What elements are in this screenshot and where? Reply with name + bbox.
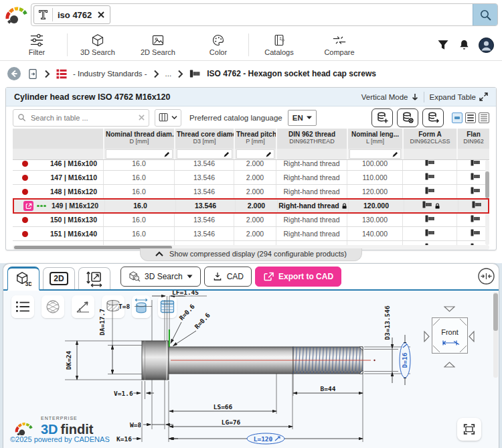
screw-icon	[422, 201, 432, 208]
text-search-type-icon[interactable]	[34, 8, 53, 21]
catalog-home-icon[interactable]	[27, 68, 38, 80]
diameter-tool-button[interactable]	[132, 295, 151, 318]
filter-funnel-icon[interactable]	[436, 38, 450, 52]
filter-input-p[interactable]	[236, 149, 274, 159]
global-search-field[interactable]: iso 4762	[31, 3, 498, 26]
list-view-button[interactable]	[11, 295, 34, 318]
vertical-mode-button[interactable]: Vertical Mode	[361, 93, 418, 101]
export-to-cad-button[interactable]: Export to CAD	[255, 267, 341, 287]
expand-table-button[interactable]: Expand Table	[430, 92, 488, 101]
header-cell[interactable]: Thread pitchP [mm]	[234, 129, 276, 149]
breadcrumb: - Industry Standards - ... ISO 4762 - He…	[0, 61, 502, 86]
back-button[interactable]	[7, 66, 21, 81]
view-dense-toggle[interactable]	[479, 113, 489, 123]
selected-row-export-icon[interactable]	[23, 201, 33, 211]
header-cell[interactable]: DIN 962 threadDIN962THREAD	[276, 129, 347, 149]
clear-search-icon[interactable]	[139, 115, 145, 121]
catalogs-label: Catalogs	[264, 48, 293, 56]
filter-button[interactable]: Filter	[7, 29, 67, 60]
screw-icon	[425, 215, 435, 222]
chevron-down-icon	[171, 115, 177, 120]
header-cell[interactable]: FlanDIN962	[456, 129, 489, 149]
rotate-right-arrow[interactable]	[424, 331, 430, 342]
fit-view-button[interactable]	[457, 418, 481, 441]
pencil-icon	[224, 151, 230, 157]
database-export-button[interactable]	[422, 108, 444, 127]
table-row[interactable]: 150 | M16x130 16.013.5462.000 Right-hand…	[13, 213, 489, 227]
tab-dimensions[interactable]	[78, 267, 110, 289]
breadcrumb-ellipsis[interactable]: ...	[165, 70, 172, 78]
tab-3d[interactable]: 3D	[7, 267, 39, 291]
2d-search-button[interactable]: 2D Search	[128, 29, 188, 60]
screw-icon	[425, 159, 435, 166]
rotate-down-arrow[interactable]	[444, 306, 455, 312]
dim-l-editable[interactable]: L=120	[254, 435, 273, 443]
tab-2d[interactable]: 2D	[43, 267, 75, 289]
section-view-button[interactable]	[102, 295, 124, 318]
show-compressed-display-button[interactable]: Show compressed display (294 configurabl…	[140, 248, 362, 261]
status-dot-icon	[22, 161, 28, 167]
database-add-button[interactable]	[371, 108, 393, 127]
notifications-bell-icon[interactable]	[458, 38, 471, 52]
3d-search-dropdown-button[interactable]: 3D Search	[120, 267, 201, 287]
column-settings-button[interactable]	[155, 109, 181, 127]
view-medium-toggle[interactable]	[465, 113, 476, 123]
image-icon	[151, 33, 165, 47]
app-logo-icon[interactable]	[4, 4, 31, 25]
header-cell[interactable]: Nominal thread diam...D [mm]	[103, 129, 174, 149]
row-id: 151 | M16x140	[50, 227, 103, 240]
main-toolbar: Filter 3D Search 2D Search Color	[0, 29, 502, 61]
lock-icon	[341, 203, 347, 209]
search-button[interactable]	[473, 4, 497, 25]
user-avatar[interactable]	[479, 38, 494, 53]
dimension-table-button[interactable]	[158, 295, 177, 318]
search-input[interactable]	[110, 4, 473, 25]
table-row-selected[interactable]: 149 | M16x120 16.013.5462.000 Right-hand…	[13, 198, 489, 214]
viewer-scrollbar[interactable]	[493, 292, 498, 378]
cad-download-button[interactable]: CAD	[204, 267, 252, 287]
compressed-label: Show compressed display (294 configurabl…	[169, 250, 347, 258]
collapse-viewer-button[interactable]	[478, 268, 495, 285]
table-row[interactable]: 146 | M16x100 16.013.5462.000 Right-hand…	[13, 159, 489, 171]
breadcrumb-industry-standards[interactable]: - Industry Standards -	[73, 70, 147, 78]
table-search-field[interactable]	[13, 109, 149, 127]
dim-ls: LS=66	[214, 403, 233, 410]
compare-button[interactable]: Compare	[309, 29, 369, 60]
3d-search-button[interactable]: 3D Search	[68, 29, 128, 60]
filter-input-d3[interactable]	[177, 149, 232, 159]
catalogs-button[interactable]: Catalogs	[249, 29, 309, 60]
dim-d-editable[interactable]: D=16	[401, 352, 408, 368]
drawing-canvas[interactable]: LF=1.45 R=0.6 R=0.6 T=8 DA=17.7 DK=24 V=…	[3, 291, 499, 448]
rotate-up-arrow[interactable]	[444, 362, 455, 368]
variants-table: Nominal thread diam...D [mm] Thread core…	[13, 129, 489, 245]
view-compact-toggle[interactable]	[452, 113, 463, 123]
header-cell[interactable]: Nominal leng...L [mm]	[347, 129, 402, 149]
screw-icon	[471, 159, 481, 166]
table-row[interactable]: 147 | M16x110 16.013.5462.000 Right-hand…	[13, 171, 489, 185]
view-cube-face[interactable]: Front	[432, 317, 468, 354]
industry-standards-icon[interactable]	[56, 69, 67, 79]
options-dots-icon[interactable]	[37, 205, 46, 208]
2d-label: 2D	[50, 272, 68, 285]
pencil-icon	[392, 151, 398, 157]
search-term-chip[interactable]: iso 4762	[33, 5, 110, 24]
export-icon	[263, 272, 274, 282]
table-row[interactable]: 148 | M16x120 16.013.5462.000 Right-hand…	[13, 185, 489, 199]
color-button[interactable]: Color	[188, 29, 248, 60]
mesh-view-button[interactable]	[41, 295, 64, 318]
filter-input-l[interactable]	[349, 149, 401, 159]
measure-tool-button[interactable]	[72, 295, 94, 318]
table-search-input[interactable]	[29, 113, 135, 123]
filter-input-d[interactable]	[106, 149, 173, 159]
dropdown-arrow-icon	[307, 116, 312, 120]
color-label: Color	[210, 48, 227, 56]
header-cell[interactable]: Form ADIN962CLASS	[402, 129, 456, 149]
database-settings-button[interactable]	[397, 108, 418, 127]
catalog-book-icon	[272, 33, 286, 47]
header-cell[interactable]: Thread core diame...D3 [mm]	[174, 129, 234, 149]
remove-search-term-icon[interactable]	[96, 11, 110, 18]
dim-r2: R=0.6	[193, 311, 212, 331]
table-row[interactable]: 151 | M16x140 16.013.5462.000 Right-hand…	[13, 227, 489, 241]
rotate-left-arrow[interactable]	[469, 331, 475, 342]
language-select[interactable]: EN	[288, 110, 317, 126]
